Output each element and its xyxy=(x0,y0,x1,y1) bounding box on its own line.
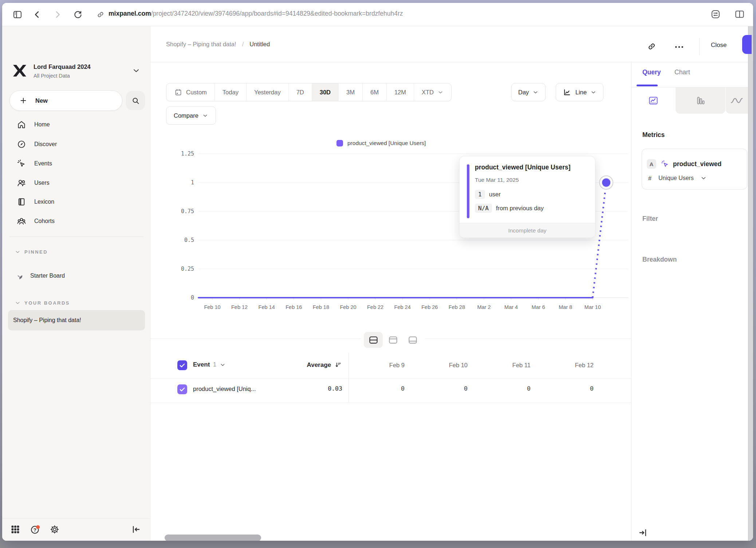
sidebar-item-cohorts[interactable]: Cohorts xyxy=(2,213,150,230)
event-column-header[interactable]: Event 1 xyxy=(193,361,226,368)
metric-card[interactable]: A product_viewed # Unique Users xyxy=(642,149,747,189)
close-button[interactable]: Close xyxy=(711,42,727,49)
date-column-header[interactable]: Feb 12 xyxy=(541,362,604,369)
page-settings-icon[interactable] xyxy=(710,9,721,20)
layout-table-only-button[interactable] xyxy=(403,332,422,348)
granularity-label: Day xyxy=(518,89,529,96)
range-30d-selected[interactable]: 30D xyxy=(312,83,338,101)
range-label: 12M xyxy=(394,89,406,96)
save-button-partial[interactable] xyxy=(742,35,752,54)
compare-label: Compare xyxy=(174,112,198,119)
project-name[interactable]: Lord Farquaad 2024 xyxy=(34,63,91,70)
pinned-section-header[interactable]: PINNED xyxy=(15,246,48,257)
breadcrumb-board[interactable]: Shopify – Piping that data! xyxy=(166,41,236,48)
sidebar-item-home[interactable]: Home xyxy=(2,116,150,133)
range-7d[interactable]: 7D xyxy=(288,83,312,101)
range-label: Today xyxy=(223,89,239,96)
event-count: 1 xyxy=(213,361,216,368)
reload-icon[interactable] xyxy=(73,9,83,20)
layout-chart-only-button[interactable] xyxy=(383,332,402,348)
chart-legend[interactable]: product_viewed [Unique Users] xyxy=(336,140,426,146)
legend-label: product_viewed [Unique Users] xyxy=(347,140,426,146)
table-row-series-name[interactable]: product_viewed [Uniq... xyxy=(193,385,256,392)
sidebar-item-lexicon[interactable]: Lexicon xyxy=(2,193,150,210)
breakdown-section-label[interactable]: Breakdown xyxy=(642,256,677,263)
event-header-label: Event xyxy=(193,361,210,368)
legend-swatch xyxy=(336,140,343,146)
range-label: XTD xyxy=(422,89,434,96)
date-column-header[interactable]: Feb 9 xyxy=(352,362,415,369)
range-today[interactable]: Today xyxy=(214,83,246,101)
sidebar-item-starter-board[interactable]: Starter Board xyxy=(2,267,150,284)
back-icon[interactable] xyxy=(32,9,42,20)
tooltip-value: 1 xyxy=(475,190,485,199)
date-column-header[interactable]: Feb 10 xyxy=(415,362,478,369)
apps-grid-icon[interactable] xyxy=(10,524,20,535)
average-header-label: Average xyxy=(307,361,331,369)
row-checkbox[interactable] xyxy=(177,384,187,394)
home-icon xyxy=(17,120,26,129)
insight-tab-line-selected[interactable] xyxy=(631,87,675,114)
chart-type-label: Line xyxy=(575,89,587,96)
split-view-icon[interactable] xyxy=(734,9,745,20)
insight-tab-funnel-partial[interactable] xyxy=(726,87,748,114)
tab-chart[interactable]: Chart xyxy=(674,68,690,76)
svg-text:1.25: 1.25 xyxy=(181,150,194,157)
sidebar: Lord Farquaad 2024 All Project Data New … xyxy=(2,26,150,541)
range-3m[interactable]: 3M xyxy=(338,83,362,101)
more-options-icon[interactable] xyxy=(674,42,684,52)
range-6m[interactable]: 6M xyxy=(362,83,386,101)
granularity-dropdown[interactable]: Day xyxy=(511,83,546,101)
range-xtd[interactable]: XTD xyxy=(414,83,451,101)
chevron-down-icon xyxy=(437,89,444,95)
chart-type-dropdown[interactable]: Line xyxy=(556,83,603,101)
filter-section-label[interactable]: Filter xyxy=(642,215,658,223)
sidebar-item-board-selected[interactable]: Shopify – Piping that data! xyxy=(8,310,145,330)
sidebar-item-discover[interactable]: Discover xyxy=(2,136,150,153)
compare-dropdown[interactable]: Compare xyxy=(166,106,216,125)
copy-link-icon[interactable] xyxy=(647,42,657,51)
range-12m[interactable]: 12M xyxy=(386,83,414,101)
range-label: Custom xyxy=(186,89,207,96)
tab-query[interactable]: Query xyxy=(642,68,661,76)
project-switcher-chevron-icon[interactable] xyxy=(132,66,141,75)
forward-icon[interactable] xyxy=(52,9,63,20)
plus-icon xyxy=(19,97,27,105)
average-column-header[interactable]: Average xyxy=(257,361,342,369)
line-chart-icon xyxy=(563,88,572,97)
insight-type-tabs xyxy=(631,87,748,114)
breadcrumb-page-title[interactable]: Untitled xyxy=(249,41,270,48)
select-all-checkbox[interactable] xyxy=(177,360,187,370)
svg-text:0.25: 0.25 xyxy=(181,266,194,272)
sidebar-item-label: Home xyxy=(34,121,50,128)
new-button[interactable]: New xyxy=(9,90,122,111)
address-bar[interactable]: mixpanel.com/project/3472420/view/397469… xyxy=(109,10,403,17)
sidebar-item-users[interactable]: Users xyxy=(2,175,150,191)
range-custom[interactable]: Custom xyxy=(166,83,214,101)
svg-text:0.5: 0.5 xyxy=(184,237,194,243)
insight-tab-bar[interactable] xyxy=(676,87,725,114)
horizontal-scrollbar-thumb[interactable] xyxy=(165,535,261,541)
svg-text:Feb 16: Feb 16 xyxy=(286,304,302,310)
page-scrollbar-gutter[interactable] xyxy=(748,26,753,541)
svg-text:Mar 10: Mar 10 xyxy=(584,304,601,310)
help-icon[interactable]: ? xyxy=(30,524,40,535)
chevron-down-icon xyxy=(700,175,707,181)
search-button[interactable] xyxy=(126,91,145,110)
range-yesterday[interactable]: Yesterday xyxy=(246,83,288,101)
settings-gear-icon[interactable] xyxy=(50,524,60,535)
svg-text:Feb 14: Feb 14 xyxy=(259,304,275,310)
squiggle-icon xyxy=(731,94,743,107)
mixpanel-logo-icon[interactable] xyxy=(12,63,28,79)
metric-aggregation[interactable]: Unique Users xyxy=(658,175,694,181)
layout-split-button[interactable] xyxy=(364,332,383,348)
collapse-sidebar-icon[interactable] xyxy=(131,524,141,535)
expand-panel-icon[interactable] xyxy=(638,528,648,538)
sidebar-item-events[interactable]: Events xyxy=(2,155,150,172)
date-column-header[interactable]: Feb 11 xyxy=(478,362,541,369)
table-cell: 0 xyxy=(541,385,604,392)
browser-sidebar-toggle-icon[interactable] xyxy=(12,9,23,20)
svg-text:Mar 4: Mar 4 xyxy=(504,304,518,310)
svg-text:0: 0 xyxy=(191,294,194,301)
your-boards-section-header[interactable]: YOUR BOARDS xyxy=(15,297,70,308)
